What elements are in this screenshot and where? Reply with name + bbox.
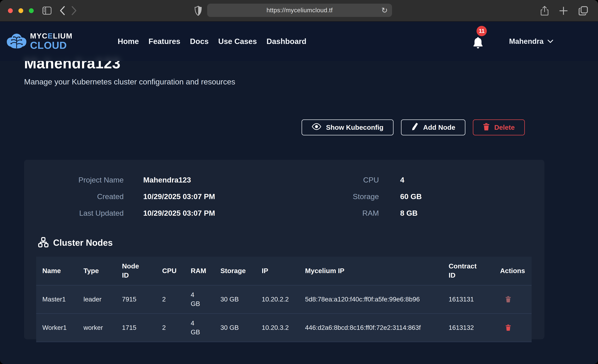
cluster-info-left: Project Name Mahendra123 Created 10/29/2… xyxy=(36,176,293,217)
cell-name: Worker1 xyxy=(36,314,77,342)
info-value: 10/29/2025 03:07 PM xyxy=(143,192,293,201)
info-value: 4 xyxy=(400,176,533,184)
cell-type: leader xyxy=(77,285,116,314)
info-value: 60 GB xyxy=(400,192,533,201)
cell-ram: 4 GB xyxy=(184,285,214,314)
cluster-nodes-title: Cluster Nodes xyxy=(53,238,113,248)
cell-type: worker xyxy=(77,314,116,342)
nav-docs[interactable]: Docs xyxy=(190,37,209,46)
toolbar-right xyxy=(540,0,588,22)
add-node-label: Add Node xyxy=(423,124,455,131)
cell-actions xyxy=(494,314,532,342)
col-contract-id: Contract ID xyxy=(442,257,494,285)
table-header-row: Name Type Node ID CPU RAM Storage IP Myc… xyxy=(36,257,532,285)
col-name: Name xyxy=(36,257,77,285)
col-ip: IP xyxy=(256,257,299,285)
add-node-button[interactable]: Add Node xyxy=(401,119,465,135)
reload-icon[interactable]: ↻ xyxy=(381,7,388,14)
main-nav: Home Features Docs Use Cases Dashboard xyxy=(118,37,306,46)
address-bar[interactable]: https://myceliumcloud.tf ↻ xyxy=(207,4,392,17)
col-storage: Storage xyxy=(214,257,256,285)
back-button[interactable] xyxy=(60,6,65,15)
cell-cpu: 2 xyxy=(156,285,184,314)
delete-node-icon[interactable] xyxy=(505,296,511,303)
network-nodes-icon xyxy=(38,237,49,248)
user-name: Mahendra xyxy=(509,37,544,45)
cell-node-id: 7915 xyxy=(116,285,156,314)
close-window-button[interactable] xyxy=(8,8,13,13)
info-label: RAM xyxy=(293,209,379,217)
forward-button[interactable] xyxy=(71,6,77,15)
page-subtitle: Manage your Kubernetes cluster configura… xyxy=(24,77,598,86)
info-value: Mahendra123 xyxy=(143,176,293,184)
delete-label: Delete xyxy=(494,124,515,131)
cell-ram: 4 GB xyxy=(184,314,214,342)
col-mycelium-ip: Mycelium IP xyxy=(299,257,442,285)
cell-name: Master1 xyxy=(36,285,77,314)
cell-ip: 10.20.3.2 xyxy=(256,314,299,342)
site-header: MYCELIUM CLOUD Home Features Docs Use Ca… xyxy=(0,22,598,61)
user-menu[interactable]: Mahendra xyxy=(509,37,553,45)
brand-logo[interactable]: MYCELIUM CLOUD xyxy=(6,32,73,50)
tab-overview-icon[interactable] xyxy=(578,6,588,16)
nav-home[interactable]: Home xyxy=(118,37,139,46)
browser-window: https://myceliumcloud.tf ↻ xyxy=(0,0,598,364)
cluster-info: Project Name Mahendra123 Created 10/29/2… xyxy=(24,160,544,217)
info-label: CPU xyxy=(293,176,379,184)
cell-storage: 30 GB xyxy=(214,285,256,314)
nav-use-cases[interactable]: Use Cases xyxy=(218,37,257,46)
info-label: Storage xyxy=(293,192,379,201)
trash-icon xyxy=(483,123,490,132)
col-node-id: Node ID xyxy=(116,257,156,285)
cell-storage: 30 GB xyxy=(214,314,256,342)
header-right: 11 Mahendra xyxy=(473,34,553,49)
delete-node-icon[interactable] xyxy=(505,324,511,331)
info-label: Last Updated xyxy=(36,209,124,217)
bell-icon xyxy=(473,37,483,49)
notification-count-badge: 11 xyxy=(476,26,487,36)
table-row: Worker1 worker 1715 2 4 GB 30 GB 10.20.3… xyxy=(36,314,532,342)
brand-wordmark: MYCELIUM CLOUD xyxy=(30,32,73,50)
nodes-table-wrap: Name Type Node ID CPU RAM Storage IP Myc… xyxy=(36,257,532,342)
page-viewport: Mahendra123 Manage your Kubernetes clust… xyxy=(0,22,598,364)
cell-mycelium-ip: 5d8:78ea:a120:f40c:ff0f:a5fe:99e6:8b96 xyxy=(299,285,442,314)
nodes-table: Name Type Node ID CPU RAM Storage IP Myc… xyxy=(36,257,532,342)
mycelium-cloud-logo-icon xyxy=(6,33,27,49)
notifications-button[interactable]: 11 xyxy=(473,34,484,49)
cell-actions xyxy=(494,285,532,314)
nav-features[interactable]: Features xyxy=(149,37,180,46)
sidebar-toggle-icon[interactable] xyxy=(42,7,52,15)
table-row: Master1 leader 7915 2 4 GB 30 GB 10.20.2… xyxy=(36,285,532,314)
zoom-window-button[interactable] xyxy=(29,8,34,13)
cluster-details-card: Project Name Mahendra123 Created 10/29/2… xyxy=(24,160,544,339)
traffic-lights xyxy=(8,8,34,13)
col-cpu: CPU xyxy=(156,257,184,285)
info-value: 8 GB xyxy=(400,209,533,217)
cluster-info-right: CPU 4 Storage 60 GB RAM 8 GB xyxy=(293,176,533,217)
cell-mycelium-ip: 446:d2a6:8bcd:8c16:ff0f:72e2:3114:863f xyxy=(299,314,442,342)
show-kubeconfig-label: Show Kubeconfig xyxy=(326,124,383,131)
minimize-window-button[interactable] xyxy=(18,8,23,13)
chevron-down-icon xyxy=(548,40,553,43)
pencil-icon xyxy=(411,123,418,132)
col-actions: Actions xyxy=(494,257,532,285)
nav-dashboard[interactable]: Dashboard xyxy=(266,37,306,46)
browser-toolbar: https://myceliumcloud.tf ↻ xyxy=(0,0,598,22)
share-icon[interactable] xyxy=(540,6,548,16)
info-label: Project Name xyxy=(36,176,124,184)
delete-cluster-button[interactable]: Delete xyxy=(473,119,525,135)
cluster-actions: Show Kubeconfig Add Node xyxy=(24,119,544,135)
privacy-shield-icon[interactable] xyxy=(195,6,202,16)
cluster-page: Mahendra123 Manage your Kubernetes clust… xyxy=(0,22,598,364)
cluster-nodes-heading: Cluster Nodes xyxy=(38,237,544,248)
show-kubeconfig-button[interactable]: Show Kubeconfig xyxy=(302,119,393,135)
cell-node-id: 1715 xyxy=(116,314,156,342)
cell-contract-id: 1613131 xyxy=(442,285,494,314)
url-text: https://myceliumcloud.tf xyxy=(266,7,333,14)
cell-contract-id: 1613132 xyxy=(442,314,494,342)
cell-cpu: 2 xyxy=(156,314,184,342)
new-tab-icon[interactable] xyxy=(559,7,568,15)
cell-ip: 10.20.2.2 xyxy=(256,285,299,314)
info-value: 10/29/2025 03:07 PM xyxy=(143,209,293,217)
col-ram: RAM xyxy=(184,257,214,285)
